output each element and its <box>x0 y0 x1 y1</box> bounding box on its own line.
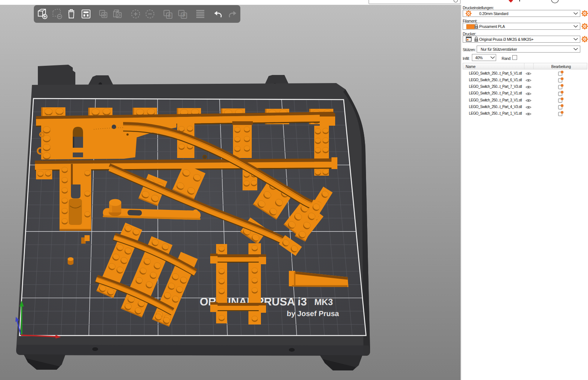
svg-text:P: P <box>182 13 185 18</box>
svg-text:by Josef Prusa: by Josef Prusa <box>287 309 340 318</box>
svg-text:MK3: MK3 <box>314 297 333 307</box>
svg-text:0: 0 <box>168 13 171 18</box>
